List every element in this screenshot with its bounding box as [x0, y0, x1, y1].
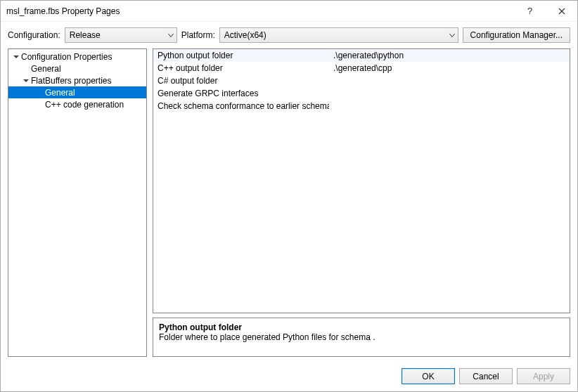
property-name: C# output folder	[153, 74, 329, 87]
property-name: Python output folder	[153, 49, 329, 62]
property-row[interactable]: C++ output folder.\generated\cpp	[153, 62, 570, 74]
titlebar: msl_frame.fbs Property Pages ?	[1, 1, 577, 22]
ok-button[interactable]: OK	[402, 368, 455, 384]
description-body: Folder where to place generated Python f…	[159, 332, 564, 342]
close-icon	[558, 8, 565, 15]
property-row[interactable]: Check schema conformance to earlier sche…	[153, 100, 570, 112]
property-row[interactable]: C# output folder	[153, 74, 570, 87]
apply-button[interactable]: Apply	[517, 368, 570, 384]
cancel-button[interactable]: Cancel	[459, 368, 513, 384]
configuration-manager-button[interactable]: Configuration Manager...	[463, 27, 570, 43]
description-panel: Python output folder Folder where to pla…	[153, 318, 570, 357]
property-name: C++ output folder	[153, 62, 329, 74]
property-name: Check schema conformance to earlier sche…	[153, 100, 329, 112]
property-value[interactable]	[329, 100, 570, 112]
property-value[interactable]: .\generated\python	[329, 49, 570, 62]
tree-item-general[interactable]: General	[8, 86, 146, 98]
platform-value: Active(x64)	[224, 30, 266, 40]
configuration-value: Release	[70, 30, 101, 40]
collapse-icon[interactable]	[21, 77, 31, 84]
platform-combo[interactable]: Active(x64)	[219, 27, 458, 43]
dialog-footer: OK Cancel Apply	[1, 362, 577, 391]
property-value[interactable]	[329, 74, 570, 87]
help-button[interactable]: ?	[514, 1, 546, 22]
property-grid[interactable]: Python output folder.\generated\pythonC+…	[153, 48, 570, 313]
property-value[interactable]: .\generated\cpp	[329, 62, 570, 74]
property-row[interactable]: Python output folder.\generated\python	[153, 49, 570, 62]
window-title: msl_frame.fbs Property Pages	[6, 6, 514, 16]
config-toolbar: Configuration: Release Platform: Active(…	[1, 22, 577, 48]
configuration-label: Configuration:	[8, 30, 60, 40]
property-value[interactable]	[329, 87, 570, 100]
configuration-combo[interactable]: Release	[65, 27, 177, 43]
chevron-down-icon	[449, 32, 455, 39]
platform-label: Platform:	[181, 30, 215, 40]
tree-item-general-top[interactable]: General	[8, 63, 146, 74]
chevron-down-icon	[168, 32, 174, 39]
close-button[interactable]	[546, 1, 577, 22]
property-name: Generate GRPC interfaces	[153, 87, 329, 100]
nav-tree[interactable]: Configuration Properties General FlatBuf…	[8, 48, 147, 357]
tree-root[interactable]: Configuration Properties	[8, 51, 146, 63]
tree-item-cpp-codegen[interactable]: C++ code generation	[8, 98, 146, 110]
property-row[interactable]: Generate GRPC interfaces	[153, 87, 570, 100]
property-pages-window: msl_frame.fbs Property Pages ? Configura…	[0, 0, 578, 392]
tree-item-flatbuffers[interactable]: FlatBuffers properties	[8, 74, 146, 86]
right-column: Python output folder.\generated\pythonC+…	[153, 48, 570, 357]
dialog-body: Configuration Properties General FlatBuf…	[1, 48, 577, 362]
collapse-icon[interactable]	[11, 53, 21, 60]
description-title: Python output folder	[159, 322, 564, 332]
